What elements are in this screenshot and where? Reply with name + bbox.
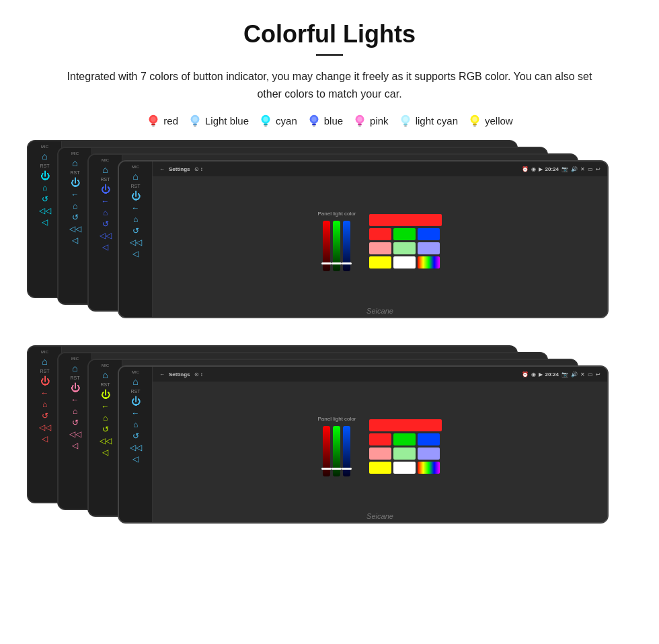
color-item-lightcyan: light cyan <box>398 113 458 128</box>
device-card-b4-active: MIC ⌂ RST ⏻ ← ⌂ ↺ ◁◁ ◁ ← Settings ⊙ ↕ <box>118 365 609 524</box>
color-item-yellow: yellow <box>467 113 513 128</box>
color-label-lightblue: Light blue <box>205 115 249 127</box>
svg-rect-27 <box>473 126 476 127</box>
svg-rect-26 <box>473 124 477 126</box>
color-item-red: red <box>146 113 178 128</box>
svg-point-25 <box>472 117 477 122</box>
svg-rect-15 <box>313 126 315 127</box>
title-divider <box>316 54 343 56</box>
svg-rect-23 <box>404 126 407 127</box>
svg-rect-6 <box>193 124 197 126</box>
svg-point-13 <box>311 117 316 122</box>
color-item-blue: blue <box>307 113 343 128</box>
color-item-pink: pink <box>352 113 389 128</box>
device-group-top: MIC ⌂ RST ⏻ ⌂ ↺ ◁◁ ◁ MIC ⌂ RST ⏻ ← ⌂ ↺ ◁… <box>27 140 632 328</box>
svg-point-5 <box>192 117 197 122</box>
bulb-icon-pink <box>352 113 367 128</box>
bulb-icon-lightcyan <box>398 113 413 128</box>
svg-rect-3 <box>152 126 155 127</box>
color-label-yellow: yellow <box>485 115 513 127</box>
svg-point-17 <box>357 117 362 122</box>
color-label-lightcyan: light cyan <box>416 115 458 127</box>
devices-section: MIC ⌂ RST ⏻ ⌂ ↺ ◁◁ ◁ MIC ⌂ RST ⏻ ← ⌂ ↺ ◁… <box>0 140 659 550</box>
color-label-pink: pink <box>370 115 389 127</box>
panel-light-label: Panel light color <box>318 211 356 217</box>
panel-light-label-bottom: Panel light color <box>318 416 356 422</box>
svg-rect-2 <box>152 124 156 126</box>
watermark-bottom: Seicane <box>153 511 607 522</box>
bulb-icon-blue <box>307 113 321 128</box>
watermark-top: Seicane <box>153 306 607 317</box>
bulb-icon-lightblue <box>188 113 202 128</box>
device-group-bottom: MIC ⌂ RST ⏻ ← ⌂ ↺ ◁◁ ◁ MIC ⌂ RST ⏻ ← ⌂ ↺ <box>27 345 632 537</box>
device-card-4-active: MIC ⌂ RST ⏻ ← ⌂ ↺ ◁◁ ◁ ← Settings ⊙ ↕ <box>118 160 609 318</box>
color-item-lightblue: Light blue <box>188 113 249 128</box>
svg-rect-18 <box>358 124 362 126</box>
color-list: red Light blue cyan blue <box>0 113 659 128</box>
bulb-icon-red <box>146 113 161 128</box>
svg-point-1 <box>151 117 156 122</box>
color-label-cyan: cyan <box>276 115 297 127</box>
color-label-blue: blue <box>324 115 343 127</box>
svg-rect-10 <box>264 124 268 126</box>
svg-rect-22 <box>403 124 408 126</box>
bulb-icon-cyan <box>258 113 273 128</box>
svg-point-9 <box>263 117 268 122</box>
color-item-cyan: cyan <box>258 113 297 128</box>
bulb-icon-yellow <box>467 113 482 128</box>
description-text: Integrated with 7 colors of button indic… <box>44 68 615 102</box>
svg-point-21 <box>403 117 408 122</box>
svg-rect-11 <box>264 126 267 127</box>
color-label-red: red <box>163 115 178 127</box>
svg-rect-14 <box>312 124 316 126</box>
svg-rect-7 <box>194 126 196 127</box>
page-title: Colorful Lights <box>0 0 659 54</box>
svg-rect-19 <box>358 126 361 127</box>
